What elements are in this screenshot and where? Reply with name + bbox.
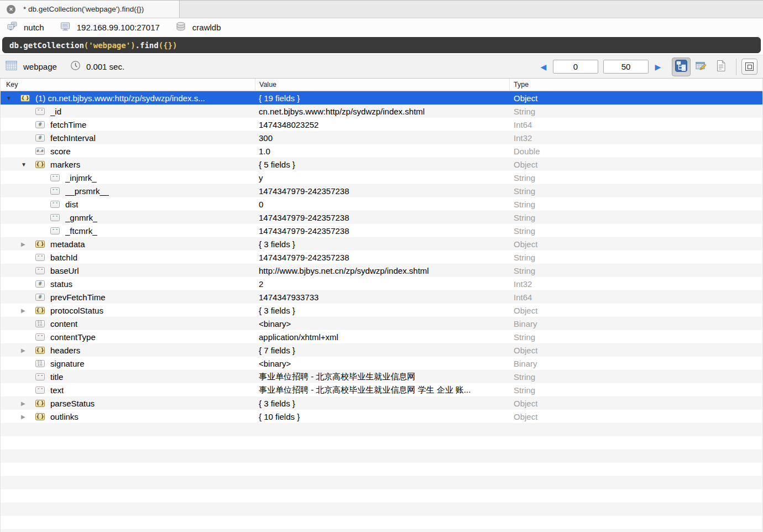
- string-icon: " ": [35, 267, 45, 274]
- row-value: 事业单位招聘 - 北京高校毕业生就业信息网 学生 企业 账...: [255, 383, 509, 397]
- close-tab-icon[interactable]: ✕: [7, 5, 15, 14]
- row-value: 1474347979-242357238: [255, 224, 509, 237]
- text-view-button[interactable]: [712, 58, 730, 76]
- expand-arrow[interactable]: ▶: [20, 414, 35, 420]
- row-value: http://www.bjbys.net.cn/zp/sydwzp/index.…: [255, 264, 509, 277]
- row-key: dist: [65, 200, 78, 209]
- object-icon: { }: [20, 95, 30, 102]
- query-segment: .find: [135, 41, 159, 50]
- table-row[interactable]: #prevFetchTime1474347933733Int64: [1, 290, 762, 304]
- table-row[interactable]: #.#score1.0Double: [1, 144, 762, 158]
- table-row[interactable]: " "_idcn.net.bjbys.www:http/zp/sydwzp/in…: [1, 105, 762, 118]
- table-row[interactable]: 01 10content<binary>Binary: [1, 317, 762, 330]
- row-key: outlinks: [50, 412, 79, 421]
- row-type: String: [509, 184, 762, 197]
- query-segment: db.getCollection: [9, 41, 84, 50]
- table-row[interactable]: " "_ftcmrk_1474347979-242357238String: [1, 224, 762, 237]
- row-key: prevFetchTime: [50, 293, 105, 302]
- table-row[interactable]: " "_injmrk_yString: [1, 171, 762, 184]
- row-type: String: [509, 383, 762, 397]
- expand-arrow[interactable]: ▼: [5, 95, 20, 101]
- column-header-value[interactable]: Value: [255, 79, 509, 91]
- row-type: Int32: [509, 277, 762, 290]
- table-row[interactable]: " "_gnmrk_1474347979-242357238String: [1, 211, 762, 224]
- tab-bar: ✕ * db.getCollection('webpage').find({}): [0, 0, 763, 18]
- table-view-button[interactable]: [692, 58, 710, 76]
- limit-input[interactable]: [603, 60, 649, 74]
- robomongo-window: ✕ * db.getCollection('webpage').find({})…: [0, 0, 763, 532]
- row-key: text: [50, 385, 64, 395]
- row-key: _injmrk_: [65, 173, 97, 182]
- column-header-key[interactable]: Key: [1, 81, 255, 88]
- grid-header: Key Value Type: [1, 79, 762, 91]
- object-icon: { }: [35, 400, 45, 407]
- table-row[interactable]: ▶{ }metadata{ 3 fields }Object: [1, 237, 762, 251]
- table-row[interactable]: #fetchInterval300Int32: [1, 131, 762, 144]
- next-page-button[interactable]: ▶: [654, 62, 662, 71]
- row-type: String: [509, 211, 762, 224]
- table-row[interactable]: 01 10signature<binary>Binary: [1, 357, 762, 370]
- table-row[interactable]: " "text事业单位招聘 - 北京高校毕业生就业信息网 学生 企业 账...S…: [1, 383, 762, 397]
- expand-arrow[interactable]: ▶: [20, 400, 35, 406]
- row-value: { 5 fields }: [255, 158, 509, 171]
- row-value: 0: [255, 197, 509, 211]
- table-row[interactable]: " "__prsmrk__1474347979-242357238String: [1, 184, 762, 197]
- row-key: (1) cn.net.bjbys.www:http/zp/sydwzp/inde…: [35, 93, 205, 103]
- row-type: Int64: [509, 290, 762, 304]
- row-value: { 3 fields }: [255, 237, 509, 251]
- text-view-icon: [715, 60, 727, 74]
- row-key: batchId: [50, 253, 77, 262]
- query-segment: ('webpage'): [84, 41, 135, 50]
- string-icon: " ": [35, 387, 45, 394]
- tree-view-button[interactable]: [672, 58, 691, 76]
- row-value: { 10 fields }: [255, 410, 509, 423]
- table-row[interactable]: ▶{ }headers{ 7 fields }Object: [1, 343, 762, 357]
- maximize-results-button[interactable]: [741, 59, 757, 75]
- row-type: Binary: [509, 317, 762, 330]
- skip-input[interactable]: [553, 60, 598, 74]
- empty-row: [1, 516, 762, 529]
- query-text: db.getCollection('webpage').find({}): [9, 41, 177, 50]
- row-type: String: [509, 224, 762, 237]
- expand-arrow[interactable]: ▶: [20, 307, 35, 314]
- table-row[interactable]: " "baseUrlhttp://www.bjbys.net.cn/zp/syd…: [1, 264, 762, 277]
- query-bar-wrap: db.getCollection('webpage').find({}): [0, 36, 763, 55]
- double-icon: #.#: [35, 148, 45, 155]
- prev-page-button[interactable]: ◀: [539, 62, 548, 71]
- table-row[interactable]: ▶{ }protocolStatus{ 3 fields }Object: [1, 304, 762, 317]
- connection-name: nutch: [24, 23, 44, 32]
- row-value: 1474347979-242357238: [255, 211, 509, 224]
- table-row[interactable]: ▼{ }markers{ 5 fields }Object: [1, 158, 762, 171]
- empty-row: [1, 423, 762, 436]
- table-row[interactable]: ▶{ }parseStatus{ 3 fields }Object: [1, 397, 762, 410]
- table-row[interactable]: " "contentTypeapplication/xhtml+xmlStrin…: [1, 330, 762, 343]
- expand-arrow[interactable]: ▶: [20, 241, 35, 247]
- collection-grid-icon: [6, 60, 17, 73]
- table-row[interactable]: " "dist0String: [1, 197, 762, 211]
- row-value: 1.0: [255, 144, 509, 158]
- row-type: Int64: [509, 118, 762, 131]
- empty-row: [1, 436, 762, 450]
- expand-arrow[interactable]: ▼: [20, 161, 35, 168]
- query-input[interactable]: db.getCollection('webpage').find({}): [2, 37, 761, 53]
- row-type: String: [509, 197, 762, 211]
- query-tab[interactable]: ✕ * db.getCollection('webpage').find({}): [0, 1, 180, 18]
- table-row[interactable]: #status2Int32: [1, 277, 762, 290]
- row-type: Int32: [509, 131, 762, 144]
- row-value: { 3 fields }: [255, 304, 509, 317]
- object-icon: { }: [35, 161, 45, 168]
- table-row[interactable]: " "batchId1474347979-242357238String: [1, 251, 762, 264]
- table-row[interactable]: " "title事业单位招聘 - 北京高校毕业生就业信息网String: [1, 370, 762, 383]
- row-key: protocolStatus: [50, 306, 103, 315]
- column-header-type[interactable]: Type: [509, 79, 762, 91]
- row-key: fetchInterval: [50, 133, 96, 143]
- row-type: Binary: [509, 357, 762, 370]
- expand-arrow[interactable]: ▶: [20, 347, 35, 353]
- table-row[interactable]: ▶{ }outlinks{ 10 fields }Object: [1, 410, 762, 423]
- row-value: cn.net.bjbys.www:http/zp/sydwzp/index.sh…: [255, 105, 509, 118]
- row-value: 事业单位招聘 - 北京高校毕业生就业信息网: [255, 370, 509, 383]
- table-row[interactable]: ▼{ }(1) cn.net.bjbys.www:http/zp/sydwzp/…: [1, 91, 762, 105]
- empty-row: [1, 529, 762, 532]
- table-row[interactable]: #fetchTime1474348023252Int64: [1, 118, 762, 131]
- row-value: 1474348023252: [255, 118, 509, 131]
